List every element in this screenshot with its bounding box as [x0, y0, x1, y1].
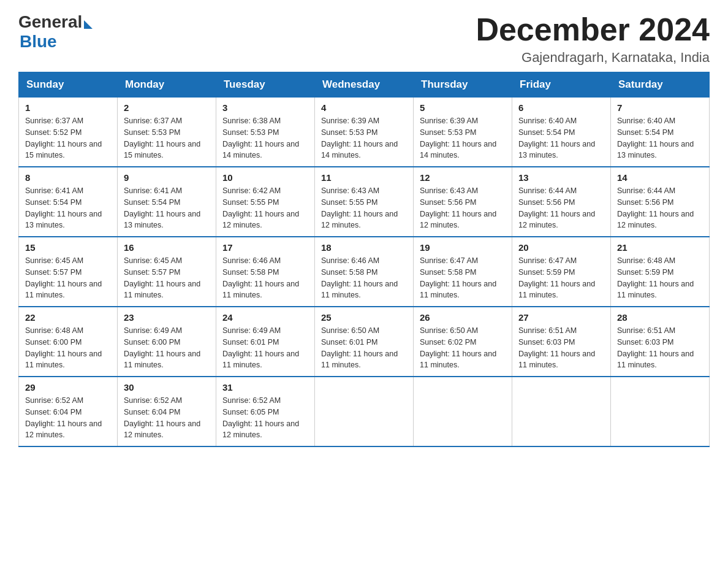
- logo-arrow-icon: [84, 20, 93, 29]
- day-info: Sunrise: 6:52 AMSunset: 6:04 PMDaylight:…: [25, 395, 111, 441]
- day-info: Sunrise: 6:39 AMSunset: 5:53 PMDaylight:…: [420, 115, 506, 161]
- day-number: 29: [25, 382, 111, 393]
- location-subtitle: Gajendragarh, Karnataka, India: [476, 50, 710, 66]
- day-number: 3: [222, 102, 308, 113]
- day-info: Sunrise: 6:48 AMSunset: 5:59 PMDaylight:…: [617, 255, 703, 301]
- day-number: 22: [25, 312, 111, 323]
- calendar-day-cell: [512, 377, 611, 446]
- calendar-day-cell: 13Sunrise: 6:44 AMSunset: 5:56 PMDayligh…: [512, 167, 611, 237]
- calendar-day-cell: 2Sunrise: 6:37 AMSunset: 5:53 PMDaylight…: [118, 98, 216, 167]
- day-info: Sunrise: 6:41 AMSunset: 5:54 PMDaylight:…: [124, 185, 210, 231]
- day-info: Sunrise: 6:52 AMSunset: 6:05 PMDaylight:…: [222, 395, 308, 441]
- day-number: 28: [617, 312, 703, 323]
- calendar-day-cell: 24Sunrise: 6:49 AMSunset: 6:01 PMDayligh…: [216, 307, 315, 377]
- day-info: Sunrise: 6:45 AMSunset: 5:57 PMDaylight:…: [25, 255, 111, 301]
- month-year-title: December 2024: [476, 12, 710, 47]
- day-number: 16: [124, 242, 210, 253]
- day-info: Sunrise: 6:39 AMSunset: 5:53 PMDaylight:…: [321, 115, 407, 161]
- day-info: Sunrise: 6:43 AMSunset: 5:56 PMDaylight:…: [420, 185, 506, 231]
- column-header-tuesday: Tuesday: [216, 72, 315, 98]
- column-header-monday: Monday: [118, 72, 216, 98]
- calendar-week-row: 22Sunrise: 6:48 AMSunset: 6:00 PMDayligh…: [19, 307, 710, 377]
- day-number: 23: [124, 312, 210, 323]
- calendar-header-row: SundayMondayTuesdayWednesdayThursdayFrid…: [19, 72, 710, 98]
- day-number: 15: [25, 242, 111, 253]
- day-info: Sunrise: 6:51 AMSunset: 6:03 PMDaylight:…: [518, 325, 604, 371]
- calendar-day-cell: 25Sunrise: 6:50 AMSunset: 6:01 PMDayligh…: [315, 307, 414, 377]
- calendar-day-cell: [414, 377, 512, 446]
- day-number: 19: [420, 242, 506, 253]
- day-info: Sunrise: 6:44 AMSunset: 5:56 PMDaylight:…: [518, 185, 604, 231]
- day-info: Sunrise: 6:49 AMSunset: 6:01 PMDaylight:…: [222, 325, 308, 371]
- calendar-day-cell: 30Sunrise: 6:52 AMSunset: 6:04 PMDayligh…: [118, 377, 216, 446]
- page-header: General Blue December 2024 Gajendragarh,…: [18, 12, 710, 66]
- day-number: 9: [124, 172, 210, 183]
- logo-general-text: General: [18, 12, 82, 32]
- logo: General Blue: [18, 12, 93, 52]
- calendar-day-cell: 11Sunrise: 6:43 AMSunset: 5:55 PMDayligh…: [315, 167, 414, 237]
- calendar-day-cell: 19Sunrise: 6:47 AMSunset: 5:58 PMDayligh…: [414, 237, 512, 307]
- day-info: Sunrise: 6:47 AMSunset: 5:58 PMDaylight:…: [420, 255, 506, 301]
- calendar-day-cell: 4Sunrise: 6:39 AMSunset: 5:53 PMDaylight…: [315, 98, 414, 167]
- calendar-day-cell: 16Sunrise: 6:45 AMSunset: 5:57 PMDayligh…: [118, 237, 216, 307]
- day-info: Sunrise: 6:51 AMSunset: 6:03 PMDaylight:…: [617, 325, 703, 371]
- calendar-week-row: 29Sunrise: 6:52 AMSunset: 6:04 PMDayligh…: [19, 377, 710, 446]
- day-info: Sunrise: 6:45 AMSunset: 5:57 PMDaylight:…: [124, 255, 210, 301]
- calendar-week-row: 15Sunrise: 6:45 AMSunset: 5:57 PMDayligh…: [19, 237, 710, 307]
- day-number: 14: [617, 172, 703, 183]
- day-number: 17: [222, 242, 308, 253]
- day-number: 25: [321, 312, 407, 323]
- day-info: Sunrise: 6:37 AMSunset: 5:53 PMDaylight:…: [124, 115, 210, 161]
- calendar-table: SundayMondayTuesdayWednesdayThursdayFrid…: [18, 72, 710, 447]
- column-header-friday: Friday: [512, 72, 611, 98]
- day-info: Sunrise: 6:38 AMSunset: 5:53 PMDaylight:…: [222, 115, 308, 161]
- day-number: 31: [222, 382, 308, 393]
- day-info: Sunrise: 6:52 AMSunset: 6:04 PMDaylight:…: [124, 395, 210, 441]
- day-info: Sunrise: 6:50 AMSunset: 6:02 PMDaylight:…: [420, 325, 506, 371]
- calendar-day-cell: [611, 377, 710, 446]
- calendar-day-cell: [315, 377, 414, 446]
- day-number: 8: [25, 172, 111, 183]
- calendar-day-cell: 26Sunrise: 6:50 AMSunset: 6:02 PMDayligh…: [414, 307, 512, 377]
- calendar-day-cell: 9Sunrise: 6:41 AMSunset: 5:54 PMDaylight…: [118, 167, 216, 237]
- day-number: 30: [124, 382, 210, 393]
- calendar-day-cell: 8Sunrise: 6:41 AMSunset: 5:54 PMDaylight…: [19, 167, 118, 237]
- calendar-day-cell: 5Sunrise: 6:39 AMSunset: 5:53 PMDaylight…: [414, 98, 512, 167]
- calendar-day-cell: 15Sunrise: 6:45 AMSunset: 5:57 PMDayligh…: [19, 237, 118, 307]
- day-number: 7: [617, 102, 703, 113]
- calendar-day-cell: 21Sunrise: 6:48 AMSunset: 5:59 PMDayligh…: [611, 237, 710, 307]
- calendar-day-cell: 28Sunrise: 6:51 AMSunset: 6:03 PMDayligh…: [611, 307, 710, 377]
- day-info: Sunrise: 6:40 AMSunset: 5:54 PMDaylight:…: [518, 115, 604, 161]
- day-info: Sunrise: 6:40 AMSunset: 5:54 PMDaylight:…: [617, 115, 703, 161]
- day-info: Sunrise: 6:49 AMSunset: 6:00 PMDaylight:…: [124, 325, 210, 371]
- logo-blue-text: Blue: [20, 32, 57, 52]
- day-number: 12: [420, 172, 506, 183]
- day-info: Sunrise: 6:48 AMSunset: 6:00 PMDaylight:…: [25, 325, 111, 371]
- calendar-day-cell: 3Sunrise: 6:38 AMSunset: 5:53 PMDaylight…: [216, 98, 315, 167]
- day-number: 10: [222, 172, 308, 183]
- calendar-day-cell: 20Sunrise: 6:47 AMSunset: 5:59 PMDayligh…: [512, 237, 611, 307]
- calendar-day-cell: 1Sunrise: 6:37 AMSunset: 5:52 PMDaylight…: [19, 98, 118, 167]
- calendar-day-cell: 29Sunrise: 6:52 AMSunset: 6:04 PMDayligh…: [19, 377, 118, 446]
- column-header-thursday: Thursday: [414, 72, 512, 98]
- day-number: 21: [617, 242, 703, 253]
- day-info: Sunrise: 6:43 AMSunset: 5:55 PMDaylight:…: [321, 185, 407, 231]
- day-number: 1: [25, 102, 111, 113]
- day-info: Sunrise: 6:46 AMSunset: 5:58 PMDaylight:…: [321, 255, 407, 301]
- day-number: 6: [518, 102, 604, 113]
- day-number: 5: [420, 102, 506, 113]
- column-header-sunday: Sunday: [19, 72, 118, 98]
- day-number: 20: [518, 242, 604, 253]
- calendar-day-cell: 31Sunrise: 6:52 AMSunset: 6:05 PMDayligh…: [216, 377, 315, 446]
- day-number: 24: [222, 312, 308, 323]
- day-info: Sunrise: 6:47 AMSunset: 5:59 PMDaylight:…: [518, 255, 604, 301]
- day-number: 2: [124, 102, 210, 113]
- calendar-day-cell: 22Sunrise: 6:48 AMSunset: 6:00 PMDayligh…: [19, 307, 118, 377]
- day-number: 4: [321, 102, 407, 113]
- day-info: Sunrise: 6:41 AMSunset: 5:54 PMDaylight:…: [25, 185, 111, 231]
- calendar-week-row: 8Sunrise: 6:41 AMSunset: 5:54 PMDaylight…: [19, 167, 710, 237]
- calendar-day-cell: 23Sunrise: 6:49 AMSunset: 6:00 PMDayligh…: [118, 307, 216, 377]
- calendar-day-cell: 18Sunrise: 6:46 AMSunset: 5:58 PMDayligh…: [315, 237, 414, 307]
- title-area: December 2024 Gajendragarh, Karnataka, I…: [476, 12, 710, 66]
- day-info: Sunrise: 6:42 AMSunset: 5:55 PMDaylight:…: [222, 185, 308, 231]
